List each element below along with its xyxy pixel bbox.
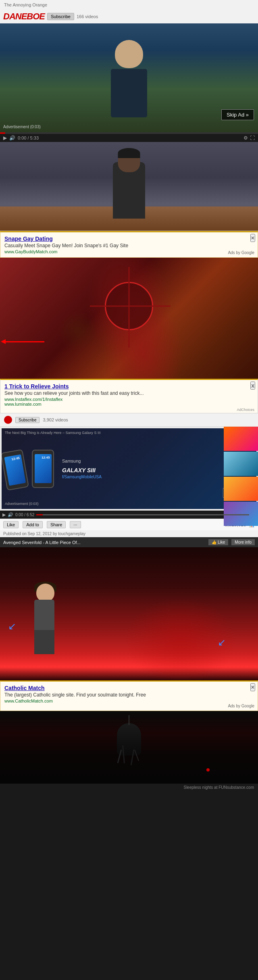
red-arrow-indicator [4,341,44,342]
puppet-head [118,150,140,172]
youtube-section-iphone: Subscribe 3,902 videos The Next Big Thin… [0,413,258,537]
samsung-tagline: The Next Big Thing is Already Here – Sam… [5,431,100,435]
joint-relief-ad-banner: x 1 Trick to Relieve Joints See how you … [0,379,258,413]
side-thumb-2[interactable] [224,452,258,476]
puppet-video-frame [0,142,258,231]
iphone-video-frame: The Next Big Thing is Already Here – Sam… [2,428,256,509]
published-info: Published on Sep 12, 2012 by touchgamepl… [0,530,258,537]
skip-ad-button-1[interactable]: Skip Ad » [221,109,254,120]
ads-by-google-2: Ads by Google [228,704,254,708]
ad-description-joint: See how you can relieve your joints with… [4,390,254,396]
violent-art-section [0,258,258,379]
phone-screen-back: 12:45 [4,454,26,486]
volume-icon-2[interactable]: 🔊 [8,512,13,517]
time-display-2: 0:00 / 6:52 [15,513,34,517]
creature-art [101,723,157,771]
fullscreen-icon[interactable]: ⛶ [250,135,255,141]
progress-bar-1[interactable] [0,132,258,134]
anime-body [34,600,54,632]
ad-url-joint[interactable]: www.Instaflex.com/1/Instaflex [4,397,254,402]
ad-description-snape: Casually Meet Snape Gay Men! Join Snape'… [4,243,254,248]
video-count-2: 3,902 videos [43,417,68,422]
samsung-phone-mockups: 12:45 12:45 [10,450,54,488]
like-button[interactable]: Like [3,521,19,528]
anime-art-section: ↙ ↙ [0,547,258,680]
ad-url-joint-2[interactable]: www.luminate.com [4,402,254,407]
a7x-thumbs-icon: 👍 [212,540,216,544]
ad-choices-label: AdChoices [237,408,254,412]
art-figure [89,266,169,346]
more-button[interactable]: ··· [70,521,81,528]
ad-url-snape[interactable]: www.GayBuddyMatch.com [4,249,254,254]
ad-url-catholic[interactable]: www.CatholicMatch.com [4,699,254,703]
a7x-more-info-button[interactable]: More info [231,539,255,545]
ad-title-joint[interactable]: 1 Trick to Relieve Joints [4,383,254,390]
anime-character [24,584,64,656]
channel-logo: DANEBOE [3,11,45,22]
volume-icon[interactable]: 🔊 [9,135,15,141]
add-to-button[interactable]: Add to [23,521,43,528]
side-thumb-3[interactable] [224,477,258,501]
channel-row: DANEBOE Subscribe 166 videos [0,10,258,23]
blue-arrow-left: ↙ [8,621,16,632]
iphone-progress-bar: ▶ 🔊 0:00 / 6:52 ⛶ [0,511,258,519]
samsung-ad-background: The Next Big Thing is Already Here – Sam… [2,428,256,509]
puppet-hair [118,148,140,158]
youtube-section-top: The Annoying Orange DANEBOE Subscribe 16… [0,0,258,231]
catholic-match-ad-banner: × Catholic Match The (largest) Catholic … [0,680,258,711]
progress-fill-1 [0,132,5,134]
share-button[interactable]: Share [47,521,66,528]
time-display-1: 0:00 / 5:33 [18,136,39,140]
subscribe-button-2[interactable]: Subscribe [15,417,40,423]
video-count: 166 videos [77,14,98,19]
phone-mock-front: 12:45 [32,450,54,488]
ad-description-catholic: The (largest) Catholic single site. Find… [4,692,254,698]
samsung-text: Samsung GALAXY SIII f/SamsungMobileUSA [62,459,248,479]
red-dot-indicator [206,768,210,771]
ad-close-button-catholic[interactable]: × [250,683,255,691]
progress-track-2[interactable] [36,514,249,515]
progress-fill-2 [36,514,43,515]
ad-time-label-1: Advertisement (0:03) [3,125,41,129]
ads-by-google-1: Ads by Google [228,250,254,255]
ad-title-catholic[interactable]: Catholic Match [4,685,254,691]
phone-screen-front: 12:45 [35,454,52,483]
video-frame-1: Skip Ad » Advertisement (0:03) [0,23,258,132]
a7x-bar: Avenged Sevenfold - A Little Piece Of...… [0,537,258,547]
funsubstance-footer: Sleepless nights at FUNsubstance.com [0,784,258,791]
phone-mock-back: 12:45 [2,449,29,490]
bottom-dark-section [0,711,258,784]
channel-prefix: The Annoying Orange [4,2,47,7]
iphone-video-container: The Next Big Thing is Already Here – Sam… [0,427,258,511]
samsung-facebook[interactable]: f/SamsungMobileUSA [62,475,248,479]
play-icon-2[interactable]: ▶ [2,512,6,517]
ad-close-button-snape[interactable]: × [250,234,255,242]
blue-arrow-right: ↙ [218,637,226,648]
channel-icon-2 [4,416,12,424]
anime-head [36,584,54,602]
settings-icon[interactable]: ⚙ [243,135,248,141]
iphone-video-wrapper: The Next Big Thing is Already Here – Sam… [0,427,258,511]
ad-title-snape[interactable]: Snape Gay Dating [4,236,254,242]
samsung-galaxy-model: GALAXY SIII [62,464,248,475]
iphone-channel-header: Subscribe 3,902 videos [0,413,258,427]
iphone-action-bar: Like Add to Share ··· 6,025,018 📊 [0,519,258,530]
ad-close-button-joint[interactable]: x [250,382,255,390]
anime-legs [34,630,54,654]
person-silhouette [93,40,165,121]
channel-header: The Annoying Orange [0,0,258,10]
snape-ad-banner: × Snape Gay Dating Casually Meet Snape G… [0,231,258,258]
footer-text: Sleepless nights at FUNsubstance.com [183,785,254,790]
samsung-brand-name: Samsung [62,459,248,463]
video-controls-1: ▶ 🔊 0:00 / 5:33 ⚙ ⛶ [0,134,258,142]
a7x-title: Avenged Sevenfold - A Little Piece Of... [3,540,81,545]
side-thumb-1[interactable] [224,427,258,451]
a7x-like-button[interactable]: 👍 Like [208,539,228,545]
subscribe-button[interactable]: Subscribe [47,13,74,20]
play-icon[interactable]: ▶ [3,135,7,141]
side-thumbnails [224,427,258,526]
puppet-figure [113,162,145,219]
ad-time-label-2: Advertisement (0:03) [5,502,39,506]
video-player-1: Skip Ad » Advertisement (0:03) ▶ 🔊 0:00 … [0,23,258,142]
